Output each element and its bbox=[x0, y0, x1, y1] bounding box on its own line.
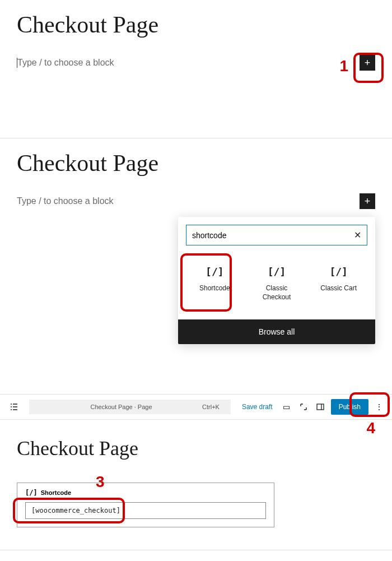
callout-number-3: 3 bbox=[96, 473, 105, 491]
expand-icon bbox=[300, 403, 307, 411]
block-option-label: Classic Cart bbox=[313, 284, 365, 293]
block-placeholder-row: Type / to choose a block + bbox=[17, 193, 375, 209]
desktop-preview-icon[interactable]: ▭ bbox=[281, 401, 293, 413]
editor-toolbar: Checkout Page · Page Ctrl+K Save draft ▭… bbox=[0, 395, 392, 420]
step-2-panel: Checkout Page Type / to choose a block +… bbox=[0, 138, 392, 395]
step-1-panel: Checkout Page Type / to choose a block +… bbox=[0, 0, 392, 138]
block-option-classic-cart[interactable]: [/] Classic Cart bbox=[311, 259, 367, 308]
block-option-shortcode[interactable]: [/] Shortcode bbox=[186, 259, 242, 308]
shortcode-input[interactable] bbox=[25, 502, 266, 519]
page-title: Checkout Page bbox=[17, 11, 375, 38]
search-input-wrapper[interactable]: ✕ bbox=[186, 225, 367, 245]
placeholder-text-wrap[interactable]: Type / to choose a block bbox=[17, 58, 114, 68]
block-option-label: Classic Checkout bbox=[251, 284, 302, 302]
add-block-button[interactable]: + bbox=[360, 55, 375, 71]
close-icon[interactable]: ✕ bbox=[354, 230, 361, 240]
step-3-panel: Checkout Page · Page Ctrl+K Save draft ▭… bbox=[0, 395, 392, 550]
browse-all-button[interactable]: Browse all bbox=[178, 319, 375, 344]
placeholder-text[interactable]: Type / to choose a block bbox=[17, 196, 114, 206]
shortcode-icon: [/] bbox=[251, 266, 302, 277]
shortcode-icon: [/] bbox=[313, 266, 365, 277]
plus-icon: + bbox=[365, 196, 371, 206]
view-icon[interactable] bbox=[297, 401, 310, 413]
block-options-grid: 2 [/] Shortcode [/] Classic Checkout [/]… bbox=[178, 253, 375, 319]
list-icon-svg bbox=[10, 402, 18, 411]
sidebar-toggle-icon[interactable] bbox=[314, 401, 326, 413]
editor-body: Checkout Page [/] Shortcode 3 bbox=[0, 420, 392, 550]
options-icon[interactable]: ⋮ bbox=[373, 401, 385, 413]
callout-number-4: 4 bbox=[366, 419, 375, 437]
block-placeholder-row: Type / to choose a block + bbox=[17, 55, 375, 71]
panel-icon bbox=[316, 403, 324, 411]
search-wrap: ✕ bbox=[178, 217, 375, 253]
placeholder-text: Type / to choose a block bbox=[17, 58, 114, 67]
keyboard-shortcut: Ctrl+K bbox=[202, 404, 220, 410]
save-draft-link[interactable]: Save draft bbox=[239, 403, 276, 411]
block-inserter-popup: ✕ 2 [/] Shortcode [/] Classic Checkout [… bbox=[178, 217, 375, 344]
svg-rect-0 bbox=[317, 404, 324, 410]
shortcode-block[interactable]: [/] Shortcode 3 bbox=[17, 483, 274, 527]
add-block-button[interactable]: + bbox=[360, 193, 375, 209]
shortcode-icon: [/] bbox=[189, 266, 240, 277]
breadcrumb-bar[interactable]: Checkout Page · Page Ctrl+K bbox=[29, 400, 231, 414]
list-view-icon[interactable] bbox=[7, 400, 21, 414]
shortcode-label: Shortcode bbox=[41, 489, 71, 496]
block-option-classic-checkout[interactable]: [/] Classic Checkout bbox=[249, 259, 305, 308]
block-option-label: Shortcode bbox=[189, 284, 240, 293]
breadcrumb-text: Checkout Page · Page bbox=[40, 404, 202, 410]
page-title: Checkout Page bbox=[17, 437, 375, 460]
page-title: Checkout Page bbox=[17, 150, 375, 177]
shortcode-icon: [/] bbox=[25, 489, 38, 497]
callout-number-1: 1 bbox=[339, 57, 348, 75]
block-search-input[interactable] bbox=[192, 231, 354, 240]
plus-icon: + bbox=[365, 58, 371, 68]
publish-button[interactable]: Publish bbox=[331, 399, 368, 415]
shortcode-block-header: [/] Shortcode bbox=[25, 489, 266, 497]
